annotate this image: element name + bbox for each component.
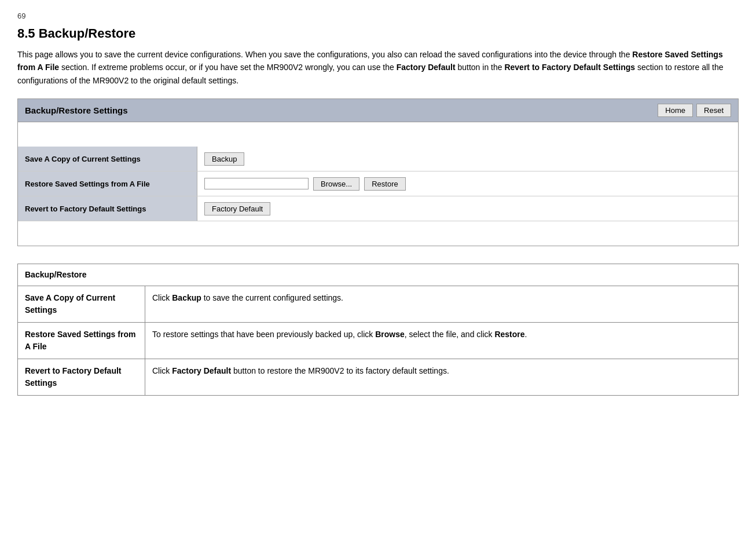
- restore-desc-bold2: Restore: [494, 330, 524, 339]
- factory-default-button[interactable]: Factory Default: [204, 202, 270, 215]
- intro-text-3: button in the: [456, 63, 505, 72]
- restore-saved-desc: To restore settings that have been previ…: [145, 323, 739, 359]
- save-copy-desc-post: to save the current configured settings.: [201, 293, 343, 302]
- factory-default-label: Revert to Factory Default Settings: [18, 196, 197, 221]
- save-copy-content: Backup: [197, 149, 738, 169]
- section-title: 8.5 Backup/Restore: [17, 26, 739, 41]
- intro-bold3: Revert to Factory Default Settings: [504, 63, 635, 72]
- restore-desc-bold: Browse: [375, 330, 405, 339]
- backup-restore-panel: Backup/Restore Settings Home Reset Save …: [17, 98, 739, 246]
- intro-bold2: Factory Default: [397, 63, 456, 72]
- save-copy-desc: Click Backup to save the current configu…: [145, 286, 739, 323]
- intro-paragraph: This page allows you to save the current…: [17, 48, 739, 87]
- intro-text-1: This page allows you to save the current…: [17, 50, 632, 59]
- backup-button[interactable]: Backup: [204, 152, 244, 166]
- browse-button[interactable]: Browse...: [313, 177, 359, 191]
- reset-button[interactable]: Reset: [696, 104, 731, 117]
- factory-default-term: Revert to Factory Default Settings: [18, 359, 145, 396]
- intro-text-2: section. If extreme problems occur, or i…: [59, 63, 397, 72]
- save-copy-label: Save A Copy of Current Settings: [18, 147, 197, 171]
- description-table: Backup/Restore Save A Copy of Current Se…: [17, 264, 739, 396]
- panel-header-title: Backup/Restore Settings: [25, 105, 128, 115]
- restore-desc-post: .: [525, 330, 527, 339]
- save-copy-desc-pre: Click: [152, 293, 172, 302]
- restore-saved-term: Restore Saved Settings from A File: [18, 323, 145, 359]
- home-button[interactable]: Home: [658, 104, 693, 117]
- table-header-cell: Backup/Restore: [18, 264, 739, 286]
- save-copy-desc-bold: Backup: [172, 293, 201, 302]
- table-row: Restore Saved Settings from A File To re…: [18, 323, 739, 359]
- table-header-row: Backup/Restore: [18, 264, 739, 286]
- page-number: 69: [17, 12, 739, 20]
- panel-header: Backup/Restore Settings Home Reset: [18, 99, 738, 122]
- save-copy-row: Save A Copy of Current Settings Backup: [18, 147, 738, 171]
- factory-default-row: Revert to Factory Default Settings Facto…: [18, 196, 738, 221]
- factory-desc-post: button to restore the MR900V2 to its fac…: [231, 366, 449, 375]
- table-row: Revert to Factory Default Settings Click…: [18, 359, 739, 396]
- restore-desc-mid: , select the file, and click: [405, 330, 495, 339]
- panel-spacer-top: [18, 122, 738, 147]
- factory-desc-pre: Click: [152, 366, 172, 375]
- panel-body: Save A Copy of Current Settings Backup R…: [18, 122, 738, 246]
- table-row: Save A Copy of Current Settings Click Ba…: [18, 286, 739, 323]
- panel-spacer-bottom: [18, 221, 738, 246]
- restore-button[interactable]: Restore: [364, 177, 406, 191]
- restore-desc-pre: To restore settings that have been previ…: [152, 330, 375, 339]
- factory-default-desc: Click Factory Default button to restore …: [145, 359, 739, 396]
- factory-default-content: Factory Default: [197, 199, 738, 219]
- factory-desc-bold: Factory Default: [172, 366, 231, 375]
- restore-content: Browse... Restore: [197, 174, 738, 194]
- restore-label: Restore Saved Settings from A File: [18, 171, 197, 196]
- file-input[interactable]: [204, 178, 309, 189]
- restore-row: Restore Saved Settings from A File Brows…: [18, 171, 738, 196]
- save-copy-term: Save A Copy of Current Settings: [18, 286, 145, 323]
- panel-header-buttons: Home Reset: [658, 104, 731, 117]
